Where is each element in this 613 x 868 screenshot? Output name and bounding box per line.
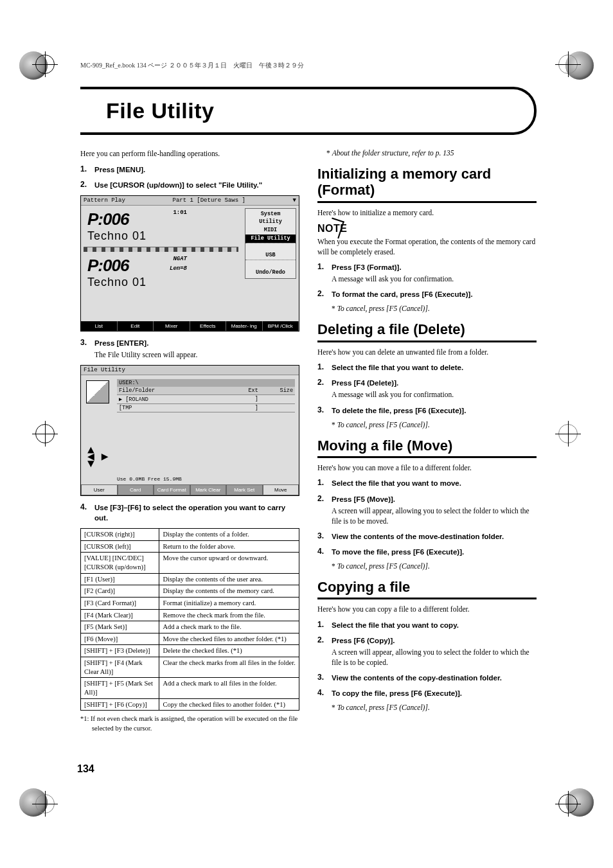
table-footnote: *1: If not even check mark is assigned, … <box>92 714 299 732</box>
menu-item-selected: File Utility <box>245 235 296 243</box>
fkey: Mixer <box>154 321 190 331</box>
length-label: Len=8 <box>170 265 187 272</box>
step-num: 2. <box>317 378 332 400</box>
table-cell: [F5 (Mark Set)] <box>81 621 159 633</box>
steps-menu: 1. Press [MENU]. 2. Use [CURSOR (up/down… <box>80 164 299 190</box>
section-heading: Moving a file (Move) <box>317 438 537 458</box>
section-heading: Copying a file <box>317 579 537 599</box>
fkey: Card <box>118 484 154 495</box>
registration-mark <box>35 424 55 443</box>
gate-label: NGAT <box>173 256 187 262</box>
table-row: [SHIFT] + [F5 (Mark Set All)]Add a check… <box>81 678 299 698</box>
table-cell: [SHIFT] + [F4 (Mark Clear All)] <box>81 657 159 678</box>
menu-item: Undo/Redo <box>245 269 296 277</box>
step-num: 3. <box>317 405 332 416</box>
table-cell: Move the checked files to another folder… <box>159 633 299 645</box>
note-text: When you execute the Format operation, t… <box>317 237 537 257</box>
file-ext: ] <box>224 396 258 403</box>
table-cell: Add a check mark to all files in the fol… <box>159 678 299 698</box>
step-text: To delete the file, press [F6 (Execute)]… <box>332 407 466 414</box>
section-intro: Here's how to initialize a memory card. <box>317 208 537 218</box>
menu-divider <box>245 260 296 269</box>
step-text: Select the file that you want to delete. <box>332 364 463 371</box>
table-row: [F1 (User)]Display the contents of the u… <box>81 573 299 585</box>
fkey: Card Format <box>154 484 190 495</box>
table-row: [F6 (Move)]Move the checked files to ano… <box>81 633 299 645</box>
storage-status: Use 0.0MB Free 15.9MB <box>117 476 182 482</box>
registration-mark <box>558 794 578 813</box>
fkey: User <box>81 484 118 495</box>
left-column: Here you can perform file-handling opera… <box>80 146 299 733</box>
registration-mark <box>35 794 55 813</box>
intro-text: Here you can perform file-handling opera… <box>80 149 299 159</box>
steps-select-op: 4. Use [F3]–[F6] to select the operation… <box>80 502 299 523</box>
col-header: Size <box>258 387 293 394</box>
table-cell: Display the contents of a folder. <box>159 529 299 541</box>
section-heading: Deleting a file (Delete) <box>317 321 537 342</box>
system-menu: System Utility MIDI File Utility USB Und… <box>245 208 296 279</box>
step-num: 3. <box>80 338 94 360</box>
table-cell: Add a check mark to the file. <box>159 621 299 633</box>
step-num: 2. <box>317 494 332 526</box>
page-number: 134 <box>77 763 94 775</box>
step-text: Select the file that you want to copy. <box>332 621 459 629</box>
step-num: 1. <box>317 478 332 488</box>
section-intro: Here's how you can copy a file to a diff… <box>317 605 537 615</box>
table-cell: Return to the folder above. <box>159 540 299 553</box>
step-num: 2. <box>80 180 94 190</box>
step-sub: The File Utility screen will appear. <box>94 350 197 360</box>
table-row: [F2 (Card)]Display the contents of the m… <box>81 585 299 598</box>
folder-structure-note: About the folder structure, refer to p. … <box>326 149 537 157</box>
cancel-note: To cancel, press [F5 (Cancel)]. <box>332 704 537 711</box>
table-cell: [SHIFT] + [F5 (Mark Set All)] <box>81 678 159 698</box>
registration-mark <box>558 424 578 443</box>
menu-divider <box>245 243 296 252</box>
table-cell: Move the cursor upward or downward. <box>159 553 299 573</box>
screen-subtitle: Part 1 [Deture Saws ] <box>172 197 245 204</box>
step-text: Use [CURSOR (up/down)] to select "File U… <box>94 180 262 190</box>
table-row: [F4 (Mark Clear)]Remove the check mark f… <box>81 609 299 621</box>
table-cell: [CURSOR (right)] <box>81 529 159 541</box>
file-size <box>258 396 293 403</box>
cancel-note: To cancel, press [F5 (Cancel)]. <box>332 562 537 570</box>
step-text: Press [F4 (Delete)]. <box>332 379 398 387</box>
step-num: 4. <box>317 688 332 698</box>
table-cell: [VALUE] [INC/DEC] [CURSOR (up/down)] <box>81 553 159 573</box>
menu-item: System <box>245 210 296 218</box>
table-cell: Copy the checked files to another folder… <box>159 698 299 711</box>
step-num: 3. <box>317 531 332 542</box>
step-sub: A message will ask you for confirmation. <box>332 389 454 400</box>
cursor-arrows-icon: ▲◀ ▶▼ <box>87 447 108 468</box>
menu-item: USB <box>245 251 296 260</box>
bar-beat: 1:01 <box>173 209 187 216</box>
step-text: To copy the file, press [F6 (Execute)]. <box>332 689 462 697</box>
table-row: [VALUE] [INC/DEC] [CURSOR (up/down)]Move… <box>81 553 299 573</box>
col-header: File/Folder <box>119 387 224 394</box>
table-row: [F3 (Card Format)]Format (initialize) a … <box>81 597 299 609</box>
file-name: [TMP <box>119 405 224 411</box>
step-text: To format the card, press [F6 (Execute)]… <box>332 290 473 298</box>
table-cell: Format (initialize) a memory card. <box>159 597 299 609</box>
file-utility-screenshot: File Utility ▲◀ ▶▼ USER:\ File/Folder Ex… <box>80 365 299 496</box>
pattern-code: P:006 <box>87 209 129 229</box>
cancel-note: To cancel, press [F5 (Cancel)]. <box>332 305 537 312</box>
section-steps: 1.Press [F3 (Format)].A message will ask… <box>317 262 537 299</box>
file-ext: ] <box>224 405 258 411</box>
path-label: USER:\ <box>117 379 295 387</box>
table-cell: [SHIFT] + [F3 (Delete)] <box>81 645 159 657</box>
table-row: [SHIFT] + [F6 (Copy)]Copy the checked fi… <box>81 698 299 711</box>
table-row: [CURSOR (left)]Return to the folder abov… <box>81 540 299 553</box>
step-num: 4. <box>80 502 94 523</box>
step-num: 2. <box>317 289 332 299</box>
step-num: 3. <box>317 673 332 683</box>
section-steps: 1.Select the file that you want to delet… <box>317 362 537 415</box>
registration-mark <box>35 55 55 74</box>
section-intro: Here's how you can move a file to a diff… <box>317 463 537 474</box>
chapter-title: File Utility <box>106 98 515 123</box>
step-num: 1. <box>80 164 94 175</box>
fkey: Edit <box>118 321 154 331</box>
table-cell: Delete the checked files. (*1) <box>159 645 299 657</box>
pattern-name: Techno 01 <box>87 276 147 288</box>
step-text: Use [F3]–[F6] to select the operation yo… <box>94 502 299 523</box>
screen-title: Pattern Play <box>84 197 125 204</box>
